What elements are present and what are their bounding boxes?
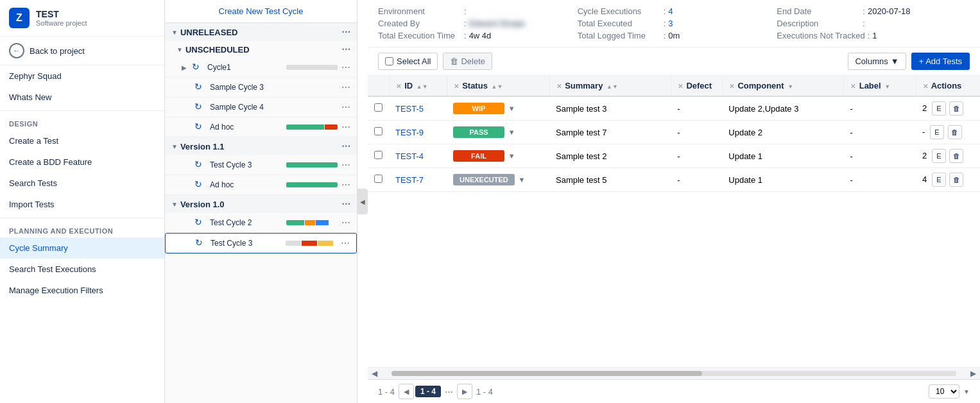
row-checkbox-cell[interactable] [368,96,389,121]
cycle-item[interactable]: ▶ ↻ Cycle1 ⋯ [165,58,357,78]
version-menu-button[interactable]: ⋯ [341,141,350,151]
row-checkbox-cell[interactable] [368,168,389,192]
collapse-panel-button[interactable]: ◀ [357,189,368,214]
status-dropdown-button[interactable]: ▼ [517,176,526,184]
col-close-icon[interactable]: ✕ [454,83,459,90]
subversion-header-unscheduled[interactable]: ▼ UNSCHEDULED ⋯ [165,41,357,58]
th-label[interactable]: ✕ Label ▼ [844,76,916,96]
cycle-item[interactable]: ↻ Test Cycle 2 ⋯ [165,213,357,233]
test-id-link[interactable]: TEST-7 [395,175,424,185]
add-tests-button[interactable]: + Add Tests [911,53,970,70]
version-header-1-0[interactable]: ▼ Version 1.0 ⋯ [165,195,357,213]
cycle-item[interactable]: ↻ Test Cycle 3 ⋯ [165,155,357,175]
execute-button[interactable]: E [932,149,946,163]
sort-icon[interactable]: ▼ [787,83,793,90]
col-close-icon[interactable]: ✕ [729,83,734,90]
scroll-track[interactable] [391,371,956,376]
delete-button[interactable]: 🗑 Delete [443,53,492,70]
cycle-menu-button[interactable]: ⋯ [341,160,350,170]
horizontal-scrollbar[interactable]: ◀ ▶ [368,367,980,379]
sort-icon[interactable]: ▲▼ [491,83,503,90]
row-checkbox[interactable] [374,127,383,135]
test-id-link[interactable]: TEST-4 [395,151,424,161]
sidebar-item-whats-new[interactable]: Whats New [0,87,164,108]
collapse-icon[interactable]: ▼ [176,46,183,53]
row-checkbox-cell[interactable] [368,121,389,144]
cycle-item-selected[interactable]: ↻ Test Cycle 3 ⋯ [165,233,357,253]
select-all-button[interactable]: Select All [378,53,438,70]
sidebar-item-import-tests[interactable]: Import Tests [0,194,164,215]
th-status[interactable]: ✕ Status ▲▼ [447,76,549,96]
delete-row-button[interactable]: 🗑 [949,101,963,116]
col-close-icon[interactable]: ✕ [923,83,928,90]
execute-button[interactable]: E [932,101,946,116]
cycle-menu-button[interactable]: ⋯ [341,82,350,92]
scroll-right-button[interactable]: ▶ [967,369,980,378]
col-close-icon[interactable]: ✕ [396,83,401,90]
test-id-link[interactable]: TEST-5 [395,104,424,114]
cycle-menu-button[interactable]: ⋯ [341,218,350,228]
version-menu-button[interactable]: ⋯ [341,27,350,37]
create-test-cycle-button[interactable]: Create New Test Cycle [165,0,357,23]
delete-row-button[interactable]: 🗑 [949,149,963,163]
select-all-checkbox[interactable] [385,57,393,65]
cycle-list-scroll[interactable]: ▼ UNRELEASED ⋯ ▼ UNSCHEDULED ⋯ ▶ ↻ Cycle… [165,23,357,403]
collapse-icon[interactable]: ▼ [171,29,178,36]
execute-button[interactable]: E [930,125,944,139]
cycle-menu-button[interactable]: ⋯ [341,238,350,248]
delete-row-button[interactable]: 🗑 [949,173,963,187]
total-executed-value[interactable]: 3 [668,19,673,28]
cycle-expand-icon[interactable]: ▶ [182,64,187,71]
scroll-thumb[interactable] [391,371,702,376]
per-page-select[interactable]: 10 25 50 [929,384,959,399]
col-close-icon[interactable]: ✕ [556,83,562,90]
sidebar-item-cycle-summary[interactable]: Cycle Summary [0,237,164,259]
sort-icon[interactable]: ▼ [884,83,890,90]
version-header-1-1[interactable]: ▼ Version 1.1 ⋯ [165,137,357,155]
cycle-menu-button[interactable]: ⋯ [341,122,350,132]
row-checkbox[interactable] [374,175,383,183]
delete-row-button[interactable]: 🗑 [948,125,962,139]
th-id[interactable]: ✕ ID ▲▼ [389,76,447,96]
sidebar-item-search-executions[interactable]: Search Test Executions [0,259,164,280]
th-summary[interactable]: ✕ Summary ▲▼ [549,76,671,96]
pagination-prev-button[interactable]: ◀ [399,384,414,399]
col-close-icon[interactable]: ✕ [678,83,683,90]
test-id-link[interactable]: TEST-9 [395,128,424,137]
test-executions-table-container[interactable]: ✕ ID ▲▼ ✕ Status ▲▼ ✕ Summary ▲▼ [368,76,980,367]
execute-button[interactable]: E [932,173,946,187]
back-to-project-button[interactable]: ← Back to project [0,37,164,65]
pagination-active-page[interactable]: 1 - 4 [415,386,441,397]
subversion-menu-button[interactable]: ⋯ [341,44,350,55]
cycle-item[interactable]: ↻ Sample Cycle 3 ⋯ [165,78,357,98]
cycle-menu-button[interactable]: ⋯ [341,62,350,73]
row-checkbox[interactable] [374,103,383,112]
sidebar-item-manage-filters[interactable]: Manage Execution Filters [0,280,164,301]
sidebar-item-search-tests[interactable]: Search Tests [0,173,164,194]
status-dropdown-button[interactable]: ▼ [507,152,517,160]
sidebar-item-create-test[interactable]: Create a Test [0,130,164,151]
sort-icon[interactable]: ▲▼ [417,83,428,90]
th-component[interactable]: ✕ Component ▼ [722,76,843,96]
sort-icon[interactable]: ▲▼ [606,83,618,90]
collapse-icon[interactable]: ▼ [171,143,178,150]
version-header-unreleased[interactable]: ▼ UNRELEASED ⋯ [165,23,357,41]
cycle-menu-button[interactable]: ⋯ [341,102,350,112]
collapse-icon[interactable]: ▼ [171,201,178,208]
row-checkbox-cell[interactable] [368,144,389,168]
version-menu-button[interactable]: ⋯ [341,199,350,209]
sidebar-item-create-bdd[interactable]: Create a BDD Feature [0,151,164,173]
row-checkbox[interactable] [374,151,383,159]
cycle-item[interactable]: ↻ Sample Cycle 4 ⋯ [165,98,357,117]
status-dropdown-button[interactable]: ▼ [507,105,517,112]
cycle-item[interactable]: ↻ Ad hoc ⋯ [165,175,357,195]
cycle-executions-value[interactable]: 4 [668,6,673,16]
cycle-menu-button[interactable]: ⋯ [341,180,350,190]
pagination-next-button[interactable]: ▶ [457,384,472,399]
scroll-left-button[interactable]: ◀ [368,369,381,378]
status-dropdown-button[interactable]: ▼ [507,128,517,136]
col-close-icon[interactable]: ✕ [850,83,855,90]
columns-button[interactable]: Columns ▼ [848,53,906,70]
cycle-item[interactable]: ↻ Ad hoc ⋯ [165,117,357,137]
th-defect[interactable]: ✕ Defect [671,76,722,96]
